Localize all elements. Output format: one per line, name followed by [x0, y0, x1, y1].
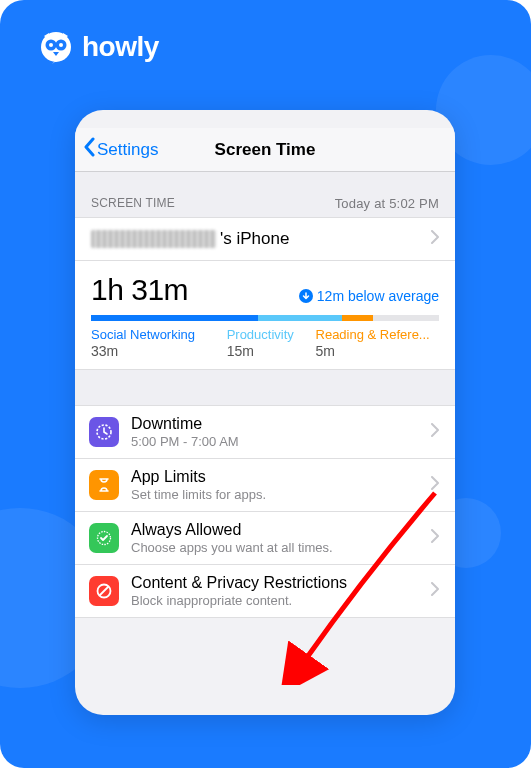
device-name: 's iPhone — [91, 229, 289, 249]
option-sub: Block inappropriate content. — [131, 593, 419, 608]
svg-line-8 — [100, 587, 109, 596]
usage-summary[interactable]: 1h 31m 12m below average Social Networki… — [75, 261, 455, 370]
option-title: App Limits — [131, 468, 419, 486]
option-always-allowed[interactable]: Always Allowed Choose apps you want at a… — [75, 512, 455, 565]
option-content-privacy[interactable]: Content & Privacy Restrictions Block ina… — [75, 565, 455, 618]
total-time: 1h 31m — [91, 273, 188, 307]
option-app-limits[interactable]: App Limits Set time limits for apps. — [75, 459, 455, 512]
chevron-right-icon — [431, 476, 439, 494]
option-sub: Choose apps you want at all times. — [131, 540, 419, 555]
section-gap — [75, 370, 455, 406]
option-sub: 5:00 PM - 7:00 AM — [131, 434, 419, 449]
option-downtime[interactable]: Downtime 5:00 PM - 7:00 AM — [75, 406, 455, 459]
device-row[interactable]: 's iPhone — [75, 217, 455, 261]
brand-name: howly — [82, 31, 159, 63]
option-title: Content & Privacy Restrictions — [131, 574, 419, 592]
section-label: SCREEN TIME — [91, 196, 175, 211]
branded-frame: howly Settings Screen Time SCREEN TIME T… — [0, 0, 531, 768]
downtime-icon — [89, 417, 119, 447]
average-delta: 12m below average — [299, 288, 439, 304]
option-title: Always Allowed — [131, 521, 419, 539]
category-breakdown: Social Networking 33m Productivity 15m R… — [91, 327, 439, 359]
chevron-right-icon — [431, 529, 439, 547]
brand-logo: howly — [38, 30, 159, 64]
down-arrow-icon — [299, 289, 313, 303]
hourglass-icon — [89, 470, 119, 500]
chevron-left-icon — [83, 137, 95, 162]
phone-screenshot: Settings Screen Time SCREEN TIME Today a… — [75, 110, 455, 715]
chevron-right-icon — [431, 582, 439, 600]
checkmark-seal-icon — [89, 523, 119, 553]
chevron-right-icon — [431, 423, 439, 441]
usage-bar — [91, 315, 439, 321]
section-header: SCREEN TIME Today at 5:02 PM — [75, 172, 455, 217]
svg-point-3 — [49, 43, 53, 47]
owl-icon — [38, 30, 74, 64]
category-social: Social Networking 33m — [91, 327, 227, 359]
category-productivity: Productivity 15m — [227, 327, 316, 359]
back-button[interactable]: Settings — [83, 137, 158, 162]
back-label: Settings — [97, 140, 158, 160]
chevron-right-icon — [431, 230, 439, 248]
no-entry-icon — [89, 576, 119, 606]
device-suffix: 's iPhone — [220, 229, 289, 249]
nav-bar: Settings Screen Time — [75, 128, 455, 172]
category-reading: Reading & Refere... 5m — [316, 327, 439, 359]
option-sub: Set time limits for apps. — [131, 487, 419, 502]
option-title: Downtime — [131, 415, 419, 433]
svg-point-4 — [59, 43, 63, 47]
section-timestamp: Today at 5:02 PM — [335, 196, 439, 211]
redacted-name — [91, 230, 216, 248]
